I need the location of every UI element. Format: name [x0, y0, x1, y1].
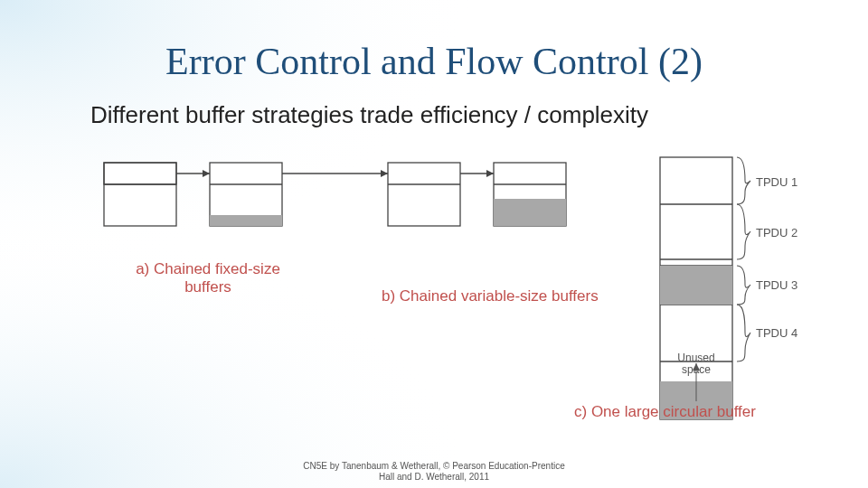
unused-line-2: space: [682, 363, 711, 376]
tpdu-label-2: TPDU 2: [756, 226, 797, 239]
footer-line-2: Hall and D. Wetherall, 2011: [379, 472, 489, 482]
svg-rect-13: [388, 163, 460, 226]
svg-marker-12: [381, 170, 388, 177]
footer-line-1: CN5E by Tanenbaum & Wetherall, © Pearson…: [303, 461, 564, 471]
slide-footer: CN5E by Tanenbaum & Wetherall, © Pearson…: [0, 461, 868, 483]
slide-root: Error Control and Flow Control (2) Diffe…: [0, 0, 868, 488]
svg-rect-26: [660, 266, 732, 305]
slide-title: Error Control and Flow Control (2): [0, 40, 868, 83]
caption-a-line-1: a) Chained fixed-size: [136, 260, 280, 277]
unused-line-1: Unused: [677, 352, 714, 364]
caption-b: b) Chained variable-size buffers: [382, 287, 617, 305]
caption-c: c) One large circular buffer: [574, 403, 818, 421]
caption-a-line-2: buffers: [184, 278, 231, 296]
slide-subtitle: Different buffer strategies trade effici…: [90, 101, 648, 129]
tpdu-label-4: TPDU 4: [756, 326, 797, 340]
svg-marker-7: [203, 170, 210, 177]
unused-space-label: Unused space: [673, 352, 720, 376]
tpdu-label-3: TPDU 3: [756, 278, 797, 292]
svg-rect-5: [104, 163, 176, 184]
svg-rect-19: [494, 199, 566, 226]
tpdu-label-1: TPDU 1: [756, 175, 797, 189]
svg-rect-10: [210, 215, 282, 226]
svg-marker-16: [486, 170, 494, 177]
caption-a: a) Chained fixed-size buffers: [118, 260, 298, 297]
